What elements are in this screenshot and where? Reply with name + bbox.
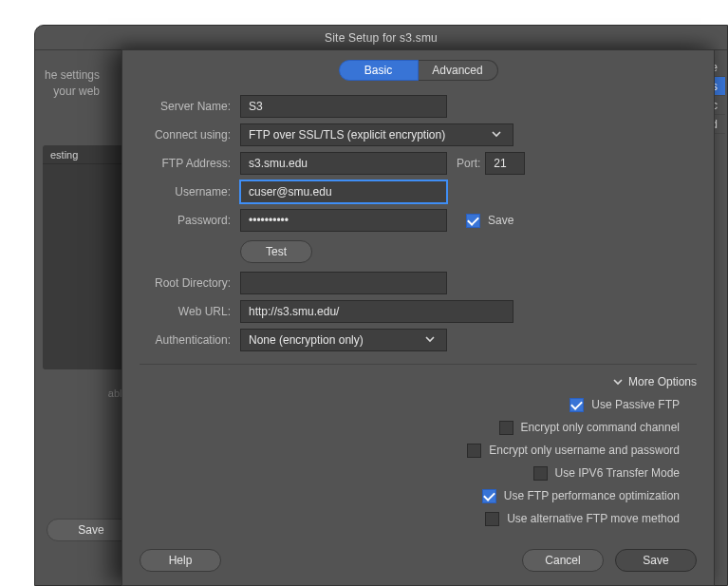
encrypt-command-checkbox[interactable] (499, 421, 513, 435)
web-url-input[interactable] (240, 300, 513, 323)
label-web-url: Web URL: (140, 305, 240, 318)
test-button[interactable]: Test (240, 240, 312, 263)
encrypt-command-label: Encrypt only command channel (521, 421, 680, 434)
alt-move-label: Use alternative FTP move method (507, 512, 680, 525)
label-ftp-address: FTP Address: (140, 157, 240, 170)
ipv6-checkbox[interactable] (533, 466, 548, 481)
tab-basic[interactable]: Basic (339, 60, 419, 81)
server-name-input[interactable] (240, 95, 447, 118)
chevron-down-icon (421, 334, 439, 346)
authentication-value: None (encryption only) (249, 333, 364, 347)
passive-ftp-checkbox[interactable] (569, 398, 584, 412)
passive-ftp-label: Use Passive FTP (591, 398, 680, 411)
label-username: Username: (140, 185, 240, 198)
cancel-button[interactable]: Cancel (522, 549, 604, 572)
save-button[interactable]: Save (615, 549, 697, 572)
tab-bar: Basic Advanced (122, 60, 714, 81)
more-options-toggle[interactable]: More Options (613, 375, 697, 388)
port-input[interactable] (485, 152, 525, 175)
ftp-address-input[interactable] (240, 152, 447, 175)
password-input[interactable] (240, 209, 447, 232)
authentication-select[interactable]: None (encryption only) (240, 329, 447, 351)
save-password-label: Save (488, 214, 513, 227)
window-title: Site Setup for s3.smu (35, 26, 727, 50)
encrypt-userpw-label: Encrypt only username and password (489, 444, 680, 457)
label-password: Password: (140, 214, 240, 227)
username-input[interactable] (240, 180, 447, 203)
truncated-description: he settings your web (43, 67, 100, 100)
alt-move-checkbox[interactable] (485, 512, 499, 526)
separator (140, 364, 697, 365)
tab-advanced[interactable]: Advanced (419, 60, 498, 81)
encrypt-userpw-checkbox[interactable] (467, 444, 481, 458)
label-root-directory: Root Directory: (140, 276, 240, 290)
ftp-perf-checkbox[interactable] (482, 489, 496, 503)
help-button[interactable]: Help (140, 549, 221, 572)
connect-using-value: FTP over SSL/TLS (explicit encryption) (249, 128, 445, 142)
more-options-label: More Options (628, 375, 697, 388)
root-directory-input[interactable] (240, 272, 447, 294)
dialog-footer: Help Cancel Save (122, 549, 714, 572)
chevron-down-icon (488, 129, 505, 141)
label-authentication: Authentication: (140, 333, 240, 347)
label-server-name: Server Name: (140, 100, 240, 113)
ftp-perf-label: Use FTP performance optimization (504, 489, 680, 502)
label-port: Port: (447, 157, 485, 170)
server-settings-dialog: Basic Advanced Server Name: Connect usin… (121, 49, 715, 586)
ipv6-label: Use IPV6 Transfer Mode (555, 466, 680, 480)
save-password-checkbox[interactable] (466, 214, 480, 228)
connect-using-select[interactable]: FTP over SSL/TLS (explicit encryption) (240, 123, 513, 146)
label-connect-using: Connect using: (140, 128, 240, 142)
chevron-down-icon (613, 377, 623, 387)
